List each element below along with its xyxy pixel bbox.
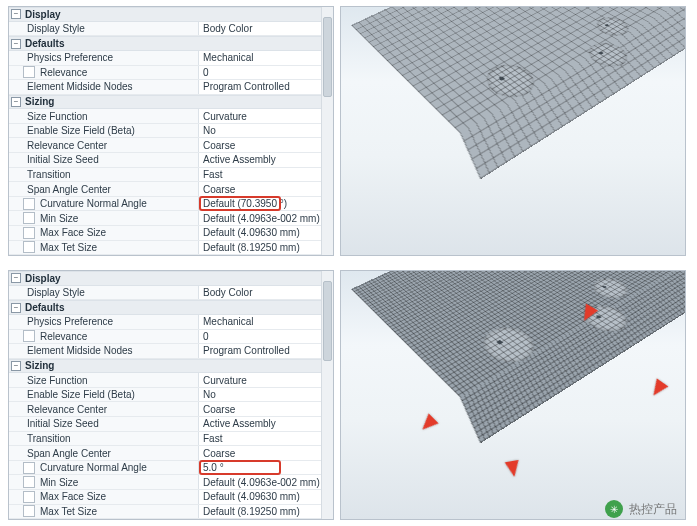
row-span-angle-center[interactable]: Span Angle Center Coarse bbox=[9, 182, 321, 197]
row-initial-size-seed[interactable]: Initial Size Seed Active Assembly bbox=[9, 417, 321, 432]
group-display[interactable]: − Display bbox=[9, 271, 321, 286]
value[interactable]: Body Color bbox=[199, 286, 321, 300]
group-defaults[interactable]: − Defaults bbox=[9, 36, 321, 51]
scroll-thumb[interactable] bbox=[323, 281, 332, 361]
group-label: Sizing bbox=[25, 96, 54, 107]
value[interactable]: No bbox=[199, 388, 321, 402]
value[interactable]: Default (8.19250 mm) bbox=[199, 241, 321, 255]
collapse-icon[interactable]: − bbox=[11, 273, 21, 283]
label: Enable Size Field (Beta) bbox=[9, 124, 199, 138]
collapse-icon[interactable]: − bbox=[11, 303, 21, 313]
annotation-arrow-icon bbox=[505, 460, 522, 478]
row-size-function[interactable]: Size Function Curvature bbox=[9, 109, 321, 124]
label: Curvature Normal Angle bbox=[9, 461, 199, 475]
value[interactable]: Program Controlled bbox=[199, 344, 321, 358]
row-physics-preference[interactable]: Physics Preference Mechanical bbox=[9, 315, 321, 330]
row-curvature-normal-angle[interactable]: Curvature Normal Angle 5.0 ° bbox=[9, 461, 321, 476]
mesh-viewport-top[interactable] bbox=[340, 6, 686, 256]
row-curvature-normal-angle[interactable]: Curvature Normal Angle Default (70.3950 … bbox=[9, 197, 321, 212]
row-max-face-size[interactable]: Max Face Size Default (4.09630 mm) bbox=[9, 226, 321, 241]
value[interactable]: Coarse bbox=[199, 446, 321, 460]
value[interactable]: Mechanical bbox=[199, 51, 321, 65]
value[interactable]: Fast bbox=[199, 168, 321, 182]
label: Relevance Center bbox=[9, 402, 199, 416]
watermark-text: 热控产品 bbox=[629, 501, 677, 518]
collapse-icon[interactable]: − bbox=[11, 361, 21, 371]
value[interactable]: Default (4.09630 mm) bbox=[199, 226, 321, 240]
row-enable-size-field[interactable]: Enable Size Field (Beta) No bbox=[9, 124, 321, 139]
scrollbar[interactable] bbox=[321, 7, 333, 255]
row-min-size[interactable]: Min Size Default (4.0963e-002 mm) bbox=[9, 475, 321, 490]
group-label: Display bbox=[25, 9, 61, 20]
row-max-tet-size[interactable]: Max Tet Size Default (8.19250 mm) bbox=[9, 505, 321, 520]
scroll-thumb[interactable] bbox=[323, 17, 332, 97]
value[interactable]: No bbox=[199, 124, 321, 138]
row-display-style[interactable]: Display Style Body Color bbox=[9, 22, 321, 37]
row-element-midside-nodes[interactable]: Element Midside Nodes Program Controlled bbox=[9, 344, 321, 359]
label: Initial Size Seed bbox=[9, 153, 199, 167]
group-defaults[interactable]: − Defaults bbox=[9, 300, 321, 315]
annotation-arrow-icon bbox=[648, 378, 669, 399]
row-physics-preference[interactable]: Physics Preference Mechanical bbox=[9, 51, 321, 66]
row-relevance[interactable]: Relevance 0 bbox=[9, 330, 321, 345]
label: Relevance Center bbox=[9, 138, 199, 152]
value[interactable]: Active Assembly bbox=[199, 417, 321, 431]
value[interactable]: Default (8.19250 mm) bbox=[199, 505, 321, 519]
group-display[interactable]: − Display bbox=[9, 7, 321, 22]
value[interactable]: Fast bbox=[199, 432, 321, 446]
row-max-face-size[interactable]: Max Face Size Default (4.09630 mm) bbox=[9, 490, 321, 505]
value[interactable]: 5.0 ° bbox=[199, 461, 321, 475]
mesh-viewport-bottom[interactable] bbox=[340, 270, 686, 520]
value[interactable]: Default (4.09630 mm) bbox=[199, 490, 321, 504]
label: Element Midside Nodes bbox=[9, 80, 199, 94]
wechat-icon: ✳ bbox=[605, 500, 623, 518]
value[interactable]: Default (4.0963e-002 mm) bbox=[199, 211, 321, 225]
label: Max Face Size bbox=[9, 226, 199, 240]
value[interactable]: Default (4.0963e-002 mm) bbox=[199, 475, 321, 489]
row-max-tet-size[interactable]: Max Tet Size Default (8.19250 mm) bbox=[9, 241, 321, 256]
row-min-size[interactable]: Min Size Default (4.0963e-002 mm) bbox=[9, 211, 321, 226]
value[interactable]: Default (70.3950 °) bbox=[199, 197, 321, 211]
property-panel-top[interactable]: − Display Display Style Body Color − Def… bbox=[8, 6, 334, 256]
label: Span Angle Center bbox=[9, 182, 199, 196]
row-size-function[interactable]: Size Function Curvature bbox=[9, 373, 321, 388]
label: Max Tet Size bbox=[9, 241, 199, 255]
value[interactable]: Curvature bbox=[199, 109, 321, 123]
label: Min Size bbox=[9, 211, 199, 225]
row-display-style[interactable]: Display Style Body Color bbox=[9, 286, 321, 301]
row-enable-size-field[interactable]: Enable Size Field (Beta) No bbox=[9, 388, 321, 403]
label: Relevance bbox=[9, 66, 199, 80]
value[interactable]: Coarse bbox=[199, 182, 321, 196]
collapse-icon[interactable]: − bbox=[11, 9, 21, 19]
row-span-angle-center[interactable]: Span Angle Center Coarse bbox=[9, 446, 321, 461]
property-panel-bottom[interactable]: − Display Display Style Body Color − Def… bbox=[8, 270, 334, 520]
row-relevance-center[interactable]: Relevance Center Coarse bbox=[9, 402, 321, 417]
value[interactable]: 0 bbox=[199, 330, 321, 344]
value[interactable]: 0 bbox=[199, 66, 321, 80]
value[interactable]: Coarse bbox=[199, 402, 321, 416]
row-transition[interactable]: Transition Fast bbox=[9, 168, 321, 183]
group-label: Display bbox=[25, 273, 61, 284]
label: Physics Preference bbox=[9, 51, 199, 65]
value[interactable]: Active Assembly bbox=[199, 153, 321, 167]
row-relevance-center[interactable]: Relevance Center Coarse bbox=[9, 138, 321, 153]
row-relevance[interactable]: Relevance 0 bbox=[9, 66, 321, 81]
value[interactable]: Body Color bbox=[199, 22, 321, 36]
group-sizing[interactable]: − Sizing bbox=[9, 95, 321, 110]
label: Element Midside Nodes bbox=[9, 344, 199, 358]
value[interactable]: Curvature bbox=[199, 373, 321, 387]
group-sizing[interactable]: − Sizing bbox=[9, 359, 321, 374]
value[interactable]: Program Controlled bbox=[199, 80, 321, 94]
row-initial-size-seed[interactable]: Initial Size Seed Active Assembly bbox=[9, 153, 321, 168]
label: Enable Size Field (Beta) bbox=[9, 388, 199, 402]
value[interactable]: Coarse bbox=[199, 138, 321, 152]
row-transition[interactable]: Transition Fast bbox=[9, 432, 321, 447]
row-element-midside-nodes[interactable]: Element Midside Nodes Program Controlled bbox=[9, 80, 321, 95]
value[interactable]: Mechanical bbox=[199, 315, 321, 329]
label: Transition bbox=[9, 168, 199, 182]
label: Display Style bbox=[9, 22, 199, 36]
scrollbar[interactable] bbox=[321, 271, 333, 519]
collapse-icon[interactable]: − bbox=[11, 97, 21, 107]
label: Transition bbox=[9, 432, 199, 446]
collapse-icon[interactable]: − bbox=[11, 39, 21, 49]
